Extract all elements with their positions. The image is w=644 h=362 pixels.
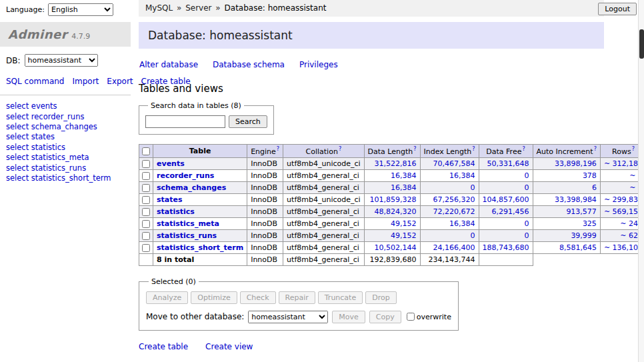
sidebar-link-import[interactable]: Import — [72, 77, 99, 86]
data-free-link[interactable]: 0 — [525, 183, 529, 192]
bulk-check-button[interactable]: Check — [240, 291, 276, 304]
auto-increment-link[interactable]: 913,577 — [566, 207, 597, 216]
table-name-link[interactable]: schema_changes — [157, 183, 226, 192]
logout-button[interactable]: Logout — [598, 3, 637, 15]
action-link-alter-database[interactable]: Alter database — [139, 60, 198, 69]
table-name-link[interactable]: states — [157, 195, 183, 204]
sidebar-select-statistics-runs[interactable]: select statistics_runs — [6, 163, 125, 173]
action-link-database-schema[interactable]: Database schema — [213, 60, 285, 69]
move-button[interactable]: Move — [332, 311, 365, 323]
bulk-drop-button[interactable]: Drop — [365, 291, 396, 304]
language-select[interactable]: English — [48, 3, 113, 16]
bulk-repair-button[interactable]: Repair — [279, 291, 315, 304]
index-length-link[interactable]: 67,256,320 — [433, 195, 475, 204]
bulk-truncate-button[interactable]: Truncate — [318, 291, 363, 304]
data-length-link[interactable]: 49,152 — [391, 231, 417, 240]
breadcrumb-item-server[interactable]: Server — [185, 3, 211, 13]
data-free-link[interactable]: 6,291,456 — [492, 207, 529, 216]
row-checkbox[interactable] — [142, 184, 150, 192]
data-length-link[interactable]: 49,152 — [391, 219, 417, 228]
bulk-optimize-button[interactable]: Optimize — [191, 291, 237, 304]
help-link[interactable]: ? — [277, 146, 279, 152]
overwrite-checkbox[interactable] — [407, 313, 415, 321]
sidebar-select-states[interactable]: select states — [6, 132, 125, 142]
table-name-link[interactable]: statistics_meta — [157, 219, 219, 228]
rows-count-link[interactable]: ~ 299,833 — [604, 195, 643, 204]
sidebar-select-statistics-meta[interactable]: select statistics_meta — [6, 153, 125, 163]
row-checkbox[interactable] — [142, 160, 150, 168]
data-free-link[interactable]: 0 — [525, 219, 529, 228]
column-header-data-free: Data Free? — [479, 145, 533, 158]
auto-increment-link[interactable]: 33,898,196 — [555, 159, 597, 168]
link-create-view[interactable]: Create view — [205, 342, 253, 351]
row-checkbox[interactable] — [142, 196, 150, 204]
index-length-link[interactable]: 70,467,584 — [433, 159, 475, 168]
sidebar-select-statistics-short-term[interactable]: select statistics_short_term — [6, 173, 125, 183]
auto-increment-link[interactable]: 378 — [583, 171, 597, 180]
sidebar-link-sql-command[interactable]: SQL command — [6, 77, 64, 86]
table-name-link[interactable]: events — [157, 159, 185, 168]
auto-increment-link[interactable]: 6 — [592, 183, 597, 192]
data-free-link[interactable]: 0 — [525, 231, 529, 240]
data-length-link[interactable]: 31,522,816 — [375, 159, 417, 168]
move-database-select[interactable]: homeassistant — [248, 311, 328, 323]
table-name-link[interactable]: statistics_runs — [157, 231, 217, 240]
help-link[interactable]: ? — [594, 146, 597, 152]
rows-count-link[interactable]: ~ 569,159 — [604, 207, 643, 216]
help-link[interactable]: ? — [413, 146, 416, 152]
index-length-link[interactable]: 24,166,400 — [433, 243, 475, 252]
data-length-link[interactable]: 16,384 — [391, 171, 417, 180]
breadcrumb-item-mysql[interactable]: MySQL — [145, 3, 173, 13]
row-checkbox[interactable] — [142, 208, 150, 216]
table-name-link[interactable]: statistics_short_term — [157, 243, 243, 252]
help-link[interactable]: ? — [339, 146, 341, 152]
data-free-link[interactable]: 50,331,648 — [487, 159, 529, 168]
data-length-link[interactable]: 10,502,144 — [375, 243, 417, 252]
copy-button[interactable]: Copy — [369, 311, 401, 323]
scrollbar-thumb[interactable] — [639, 29, 644, 59]
bulk-analyze-button[interactable]: Analyze — [146, 291, 188, 304]
sidebar-select-recorder-runs[interactable]: select recorder_runs — [6, 112, 125, 122]
sidebar-select-statistics[interactable]: select statistics — [6, 143, 125, 153]
data-length-link[interactable]: 101,859,328 — [370, 195, 417, 204]
rows-count-link[interactable]: ~ 136,108 — [604, 243, 643, 252]
help-link[interactable]: ? — [472, 146, 475, 152]
row-checkbox[interactable] — [142, 220, 150, 228]
index-length-link[interactable]: 16,384 — [449, 219, 475, 228]
select-all-checkbox[interactable] — [142, 147, 150, 155]
db-select[interactable]: homeassistant — [25, 54, 98, 67]
total-engine: InnoDB — [247, 253, 283, 265]
link-create-table[interactable]: Create table — [139, 342, 188, 351]
auto-increment-link[interactable]: 39,999 — [571, 231, 597, 240]
data-length-link[interactable]: 16,384 — [391, 183, 417, 192]
index-length-link[interactable]: 16,384 — [449, 171, 475, 180]
action-link-privileges[interactable]: Privileges — [299, 60, 338, 69]
help-link[interactable]: ? — [522, 146, 525, 152]
data-free-link[interactable]: 104,857,600 — [483, 195, 529, 204]
data-length-link[interactable]: 48,824,320 — [375, 207, 417, 216]
index-length-link[interactable]: 72,220,672 — [433, 207, 475, 216]
row-checkbox[interactable] — [142, 172, 150, 180]
table-name-link[interactable]: recorder_runs — [157, 171, 214, 180]
total-data-free — [479, 253, 533, 265]
auto-increment-link[interactable]: 33,398,984 — [555, 195, 597, 204]
sidebar-select-schema-changes[interactable]: select schema_changes — [6, 122, 125, 132]
vertical-scrollbar[interactable] — [638, 0, 644, 362]
help-link[interactable]: ? — [632, 146, 635, 152]
data-free-link[interactable]: 0 — [525, 171, 529, 180]
sidebar: Adminer4.7.9 DB: homeassistant SQL comma… — [0, 22, 131, 185]
auto-increment-link[interactable]: 325 — [583, 219, 597, 228]
language-selector: Language: English — [6, 3, 113, 16]
data-free-link[interactable]: 188,743,680 — [483, 243, 529, 252]
index-length-link[interactable]: 0 — [471, 231, 475, 240]
row-checkbox[interactable] — [142, 232, 150, 240]
search-button[interactable]: Search — [229, 115, 267, 128]
search-input[interactable] — [145, 115, 225, 128]
rows-count-link[interactable]: ~ 312,180 — [604, 159, 643, 168]
sidebar-select-events[interactable]: select events — [6, 101, 125, 111]
table-name-link[interactable]: statistics — [157, 207, 195, 216]
sidebar-link-export[interactable]: Export — [107, 77, 133, 86]
row-checkbox[interactable] — [142, 244, 150, 252]
index-length-link[interactable]: 0 — [471, 183, 475, 192]
auto-increment-link[interactable]: 8,581,645 — [559, 243, 597, 252]
